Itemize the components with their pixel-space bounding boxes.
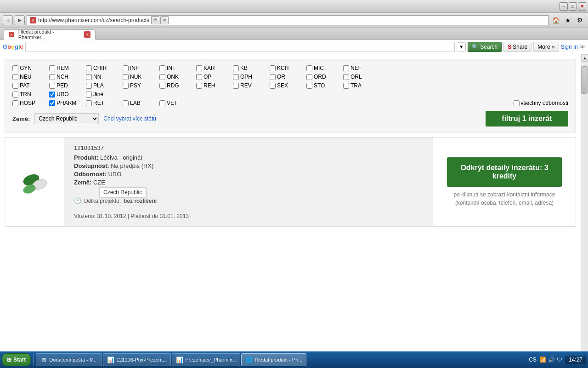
cb-PSY[interactable]: PSY xyxy=(123,82,159,89)
cb-PED-input[interactable] xyxy=(49,83,55,89)
search-dropdown-button[interactable]: ▼ xyxy=(457,42,466,52)
cb-NEU-input[interactable] xyxy=(12,74,18,80)
cb-ONK-input[interactable] xyxy=(159,74,165,80)
cb-STO-input[interactable] xyxy=(306,83,312,89)
cb-PLA[interactable]: PLA xyxy=(86,82,123,89)
cb-INF[interactable]: INF xyxy=(123,65,159,71)
cb-NUK-input[interactable] xyxy=(123,74,129,80)
google-search-input[interactable] xyxy=(25,42,455,52)
cb-RDG-input[interactable] xyxy=(159,83,165,89)
cb-NEF-input[interactable] xyxy=(343,65,349,71)
cb-HOSP-input[interactable] xyxy=(12,100,18,106)
cb-SEX-input[interactable] xyxy=(270,83,276,89)
cb-KAR-input[interactable] xyxy=(196,65,202,71)
cb-MIC-input[interactable] xyxy=(306,65,312,71)
cb-PAT[interactable]: PAT xyxy=(12,82,49,89)
cb-LAB[interactable]: LAB xyxy=(123,100,159,106)
taskbar-app-prezent2[interactable]: 📊 Prezentace_Pharmix... xyxy=(172,353,240,366)
cb-VET[interactable]: VET xyxy=(159,100,196,106)
refresh-button[interactable]: ⟳ xyxy=(151,16,159,24)
cb-TRA[interactable]: TRA xyxy=(343,82,380,89)
google-more-button[interactable]: More » xyxy=(533,42,559,52)
cb-TRA-input[interactable] xyxy=(343,83,349,89)
cb-NEF[interactable]: NEF xyxy=(343,65,380,71)
taskbar-app-browser[interactable]: 🌐 Hledat produkt - Ph... xyxy=(241,353,306,366)
window-controls[interactable]: ─ □ ✕ xyxy=(560,2,586,11)
cb-CHIR-input[interactable] xyxy=(86,65,92,71)
cb-OP[interactable]: OP xyxy=(196,74,233,80)
home-button[interactable]: 🏠 xyxy=(550,15,561,25)
taskbar-app-mail[interactable]: ✉ Doručená pošta - M... xyxy=(36,353,102,366)
cb-OPH-input[interactable] xyxy=(233,74,239,80)
cb-NCH-input[interactable] xyxy=(49,74,55,80)
cb-GYN[interactable]: GYN xyxy=(12,65,49,71)
cb-GYN-input[interactable] xyxy=(12,65,18,71)
cb-RET-input[interactable] xyxy=(86,100,92,106)
cancel-button[interactable]: ✕ xyxy=(160,16,169,24)
toolbar-expand-arrow[interactable]: ≫ xyxy=(580,44,585,50)
tab-search-products[interactable]: X Hledat produkt - Pharmixer... ✕ xyxy=(4,29,96,40)
taskbar-app-prezent1[interactable]: 📊 121106-Phx-Prezent... xyxy=(103,353,171,366)
cb-ORD-input[interactable] xyxy=(306,74,312,80)
cb-PLA-input[interactable] xyxy=(86,83,92,89)
google-share-button[interactable]: S Share xyxy=(503,42,531,52)
cb-TRN[interactable]: TRN xyxy=(12,91,49,98)
cb-vsechny[interactable]: všechny odbornosti xyxy=(514,100,568,106)
filter-button[interactable]: filtruj 1 inzerát xyxy=(486,111,568,126)
cb-REV[interactable]: REV xyxy=(233,82,270,89)
cb-CHIR[interactable]: CHIR xyxy=(86,65,123,71)
cb-VET-input[interactable] xyxy=(159,100,165,106)
cb-MIC[interactable]: MIC xyxy=(306,65,343,71)
unlock-button[interactable]: Odkrýt detaily inzerátu: 3 kredity xyxy=(447,157,562,187)
settings-button[interactable]: ⚙ xyxy=(574,15,585,25)
cb-INF-input[interactable] xyxy=(123,65,129,71)
cb-TRN-input[interactable] xyxy=(12,92,18,98)
sign-in-link[interactable]: Sign In xyxy=(561,44,578,50)
cb-NEU[interactable]: NEU xyxy=(12,74,49,80)
cb-ORL-input[interactable] xyxy=(343,74,349,80)
cb-REV-input[interactable] xyxy=(233,83,239,89)
scrollbar-right[interactable]: ▲ ▼ xyxy=(581,54,588,368)
cb-SEX[interactable]: SEX xyxy=(270,82,306,89)
cb-OR-input[interactable] xyxy=(270,74,276,80)
cb-KCH-input[interactable] xyxy=(270,65,276,71)
cb-PED[interactable]: PED xyxy=(49,82,86,89)
cb-OR[interactable]: OR xyxy=(270,74,306,80)
close-button[interactable]: ✕ xyxy=(578,2,586,11)
cb-OPH[interactable]: OPH xyxy=(233,74,270,80)
cb-RDG[interactable]: RDG xyxy=(159,82,196,89)
cb-ORL[interactable]: ORL xyxy=(343,74,380,80)
cb-HEM[interactable]: HEM xyxy=(49,65,86,71)
cb-STO[interactable]: STO xyxy=(306,82,343,89)
cb-NCH[interactable]: NCH xyxy=(49,74,86,80)
cb-URO-input[interactable] xyxy=(49,92,55,98)
favorites-button[interactable]: ★ xyxy=(562,15,573,25)
cb-ONK[interactable]: ONK xyxy=(159,74,196,80)
cb-LAB-input[interactable] xyxy=(123,100,129,106)
cb-PHARM[interactable]: PHARM xyxy=(49,100,86,106)
cb-INT-input[interactable] xyxy=(159,65,165,71)
cb-KB[interactable]: KB xyxy=(233,65,270,71)
scroll-thumb[interactable] xyxy=(581,66,588,94)
cb-HOSP[interactable]: HOSP xyxy=(12,100,49,106)
cb-KB-input[interactable] xyxy=(233,65,239,71)
address-bar[interactable]: X http://www.pharmixer.com/cz/search-pro… xyxy=(27,15,548,25)
maximize-button[interactable]: □ xyxy=(569,2,577,11)
cb-KAR[interactable]: KAR xyxy=(196,65,233,71)
cb-PAT-input[interactable] xyxy=(12,83,18,89)
cb-REH[interactable]: REH xyxy=(196,82,233,89)
google-search-button[interactable]: 🔍 Search xyxy=(468,42,502,52)
forward-button[interactable]: ► xyxy=(15,15,25,25)
scroll-up-arrow[interactable]: ▲ xyxy=(581,54,588,62)
start-button[interactable]: ⊞ Start xyxy=(2,353,31,366)
cb-Jine-input[interactable] xyxy=(86,92,92,98)
cb-Jine[interactable]: Jiné xyxy=(86,91,123,98)
country-select[interactable]: Czech Republic xyxy=(34,113,99,124)
cb-REH-input[interactable] xyxy=(196,83,202,89)
cb-PSY-input[interactable] xyxy=(123,83,129,89)
cb-INT[interactable]: INT xyxy=(159,65,196,71)
back-button[interactable]: ◄ xyxy=(3,15,13,25)
cb-RET[interactable]: RET xyxy=(86,100,123,106)
country-multiple-link[interactable]: Chci vybrat více států xyxy=(103,115,156,122)
tab-close-button[interactable]: ✕ xyxy=(84,31,90,38)
